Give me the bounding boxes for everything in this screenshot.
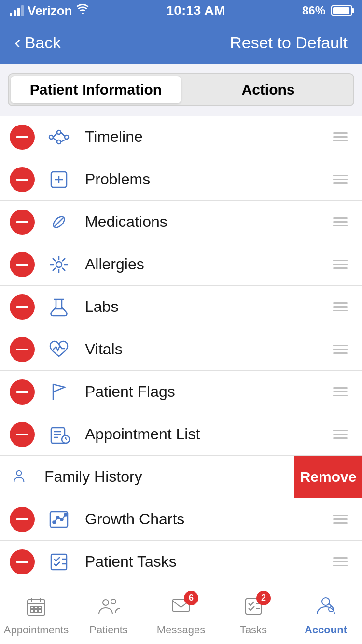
tab-bar: Appointments Patients 6 Messages <box>0 591 362 644</box>
growth-charts-label: Growth Charts <box>85 510 328 528</box>
list-item-family-history: Family History Remove <box>0 456 362 498</box>
svg-line-12 <box>54 217 64 227</box>
nav-bar: ‹ Back Reset to Default <box>0 21 362 64</box>
svg-point-13 <box>56 262 62 267</box>
svg-rect-50 <box>39 606 42 609</box>
problems-drag-handle[interactable] <box>328 170 352 189</box>
tab-patient-information[interactable]: Patient Information <box>11 76 181 103</box>
swipe-remove-button[interactable]: Remove <box>294 456 362 498</box>
messages-tab-label: Messages <box>157 624 205 636</box>
status-right: 86% <box>302 4 352 17</box>
svg-point-55 <box>111 599 116 604</box>
tasks-icon: 2 <box>242 595 265 621</box>
remove-growth-charts-button[interactable] <box>10 507 35 532</box>
svg-line-6 <box>61 139 67 142</box>
status-left: Verizon <box>10 3 89 18</box>
list-item-patient-flags: Patient Flags <box>0 371 362 413</box>
remove-problems-button[interactable] <box>10 167 35 192</box>
svg-point-1 <box>57 130 61 134</box>
svg-rect-51 <box>31 610 34 612</box>
allergies-icon <box>44 250 73 279</box>
appointments-icon <box>25 595 48 621</box>
status-time: 10:13 AM <box>167 3 225 18</box>
list-container: Timeline Problems Medications <box>0 116 362 626</box>
family-history-icon <box>13 467 32 487</box>
status-bar: Verizon 10:13 AM 86% <box>0 0 362 21</box>
problems-label: Problems <box>85 170 328 188</box>
svg-point-54 <box>103 600 109 605</box>
back-button[interactable]: ‹ Back <box>14 32 61 53</box>
svg-point-2 <box>65 135 69 139</box>
list-item-problems: Problems <box>0 158 362 201</box>
flag-icon <box>44 378 73 406</box>
messages-icon: 6 <box>169 595 193 621</box>
labs-drag-handle[interactable] <box>328 297 352 316</box>
segment-control: Patient Information Actions <box>8 73 354 106</box>
svg-rect-53 <box>39 610 42 612</box>
tab-patients[interactable]: Patients <box>72 591 145 644</box>
patient-flags-label: Patient Flags <box>85 383 328 401</box>
messages-badge: 6 <box>184 591 198 605</box>
remove-medications-button[interactable] <box>10 210 35 235</box>
list-item-labs: Labs <box>0 286 362 328</box>
list-item-appointment-list: Appointment List <box>0 413 362 456</box>
svg-line-19 <box>62 268 65 271</box>
appointment-list-label: Appointment List <box>85 425 328 443</box>
appointment-list-icon <box>44 420 73 449</box>
patient-flags-drag-handle[interactable] <box>328 382 352 401</box>
vitals-drag-handle[interactable] <box>328 340 352 359</box>
remove-patient-tasks-button[interactable] <box>10 549 35 574</box>
tab-appointments[interactable]: Appointments <box>0 591 72 644</box>
wifi-icon <box>76 4 89 17</box>
appointments-tab-label: Appointments <box>4 624 69 636</box>
svg-line-4 <box>53 133 57 137</box>
carrier-label: Verizon <box>28 3 72 18</box>
battery-label: 86% <box>302 4 325 17</box>
allergies-label: Allergies <box>85 255 328 273</box>
remove-labs-button[interactable] <box>10 294 35 320</box>
tab-actions[interactable]: Actions <box>183 74 353 105</box>
svg-point-0 <box>49 135 53 139</box>
svg-point-34 <box>53 521 56 523</box>
family-history-label: Family History <box>44 468 323 486</box>
reset-to-default-button[interactable]: Reset to Default <box>230 33 348 52</box>
tasks-tab-label: Tasks <box>240 624 267 636</box>
appointment-list-drag-handle[interactable] <box>328 425 352 444</box>
remove-allergies-button[interactable] <box>10 252 35 277</box>
timeline-drag-handle[interactable] <box>328 127 352 146</box>
remove-timeline-button[interactable] <box>10 125 35 150</box>
svg-point-3 <box>57 140 61 144</box>
list-item-medications: Medications <box>0 201 362 243</box>
remove-patient-flags-button[interactable] <box>10 379 35 405</box>
medications-drag-handle[interactable] <box>328 212 352 231</box>
svg-rect-52 <box>35 610 38 612</box>
growth-charts-icon <box>44 505 73 534</box>
back-label: Back <box>25 33 61 52</box>
allergies-drag-handle[interactable] <box>328 255 352 274</box>
svg-point-32 <box>16 470 21 475</box>
patient-tasks-label: Patient Tasks <box>85 553 328 571</box>
battery-icon <box>331 5 352 16</box>
list-item-timeline: Timeline <box>0 116 362 158</box>
remove-vitals-button[interactable] <box>10 337 35 362</box>
svg-point-36 <box>61 518 63 520</box>
tab-messages[interactable]: 6 Messages <box>145 591 217 644</box>
svg-line-21 <box>53 268 56 271</box>
tab-account[interactable]: Account <box>290 591 362 644</box>
growth-charts-drag-handle[interactable] <box>328 510 352 529</box>
patient-tasks-drag-handle[interactable] <box>328 552 352 571</box>
svg-point-37 <box>65 513 67 516</box>
vitals-label: Vitals <box>85 340 328 358</box>
patients-tab-label: Patients <box>89 624 128 636</box>
medications-icon <box>44 208 73 237</box>
back-arrow-icon: ‹ <box>14 32 21 53</box>
problems-icon <box>44 165 73 194</box>
signal-bars <box>10 5 24 16</box>
tab-tasks[interactable]: 2 Tasks <box>217 591 290 644</box>
svg-line-7 <box>53 138 57 141</box>
svg-line-20 <box>62 258 65 261</box>
list-item-allergies: Allergies <box>0 243 362 286</box>
remove-appointment-list-button[interactable] <box>10 422 35 447</box>
patient-tasks-icon <box>44 547 73 576</box>
medications-label: Medications <box>85 213 328 231</box>
